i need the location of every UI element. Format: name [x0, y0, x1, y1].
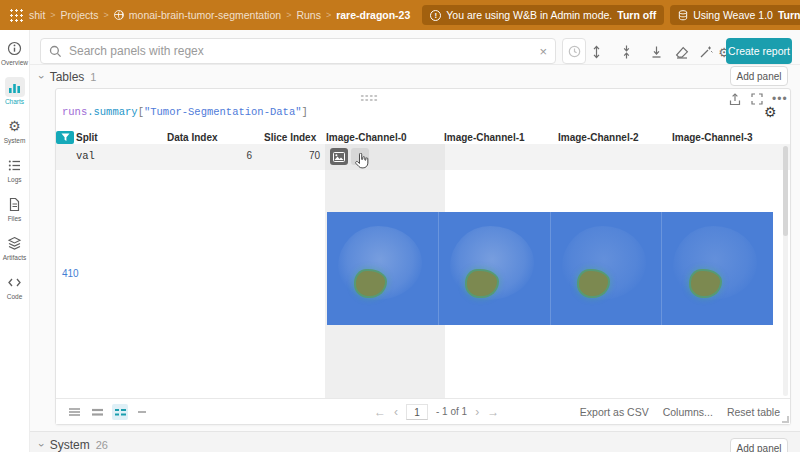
panel-history-button[interactable] [562, 38, 586, 64]
column-header-image-channel-2[interactable]: Image-Channel-2 [555, 132, 669, 143]
expand-panels-icon[interactable] [588, 44, 604, 60]
cell-data-index-value: 6 [176, 150, 252, 161]
system-section-header[interactable]: › System 26 [40, 438, 108, 452]
row-height-full-icon[interactable] [135, 404, 151, 420]
sidebar-item-logs[interactable]: Logs [0, 155, 30, 194]
export-csv-button[interactable]: Export as CSV [580, 406, 649, 418]
row-index-link[interactable]: 410 [62, 268, 79, 279]
weave-turn-off-button[interactable]: Turn off [778, 9, 800, 21]
expression-string: "Tumor-Segmentation-Data" [144, 106, 302, 118]
system-section-title: System [50, 438, 90, 452]
cell-split-value: val [76, 150, 95, 162]
search-input[interactable] [69, 44, 532, 58]
table-header-row: Split Data Index Slice Index Image-Chann… [56, 131, 790, 144]
admin-mode-text: You are using W&B in Admin mode. [446, 9, 612, 21]
reset-table-button[interactable]: Reset table [727, 406, 780, 418]
image-channel-0-thumbnail[interactable] [327, 212, 439, 325]
columns-button[interactable]: Columns... [663, 406, 713, 418]
table-body: val 6 70 410 [56, 144, 790, 398]
expression-bracket: ] [301, 106, 307, 118]
history-clock-icon [568, 45, 581, 58]
eraser-icon[interactable] [674, 44, 690, 60]
next-page-icon[interactable]: › [475, 406, 479, 418]
column-header-data-index[interactable]: Data Index [167, 132, 254, 143]
export-panel-icon[interactable] [728, 92, 742, 106]
tumor-segmentation-mask [465, 269, 498, 298]
breadcrumb-entity[interactable]: shit [29, 9, 45, 21]
expression-property: .summary [87, 106, 137, 118]
sidebar-item-label: System [4, 137, 26, 144]
image-view-toggle-button[interactable] [330, 148, 348, 165]
magic-wand-icon[interactable] [698, 44, 714, 60]
previous-page-icon[interactable]: ‹ [394, 406, 398, 418]
collapse-panels-icon[interactable] [618, 44, 634, 60]
add-panel-button[interactable]: Add panel [730, 66, 788, 86]
column-header-slice-index[interactable]: Slice Index [254, 132, 321, 143]
filter-funnel-icon[interactable] [56, 131, 74, 144]
tumor-segmentation-mask [689, 269, 722, 298]
page-number-input[interactable]: 1 [406, 404, 428, 420]
run-sidebar: Overview Charts ⚙ System Logs Files [0, 30, 30, 452]
add-panel-button-system[interactable]: Add panel [730, 438, 788, 452]
column-header-image-channel-1[interactable]: Image-Channel-1 [441, 132, 555, 143]
last-page-icon[interactable]: → [487, 406, 499, 418]
breadcrumb-separator: > [326, 10, 331, 20]
layers-icon [5, 233, 25, 253]
breadcrumb-runs[interactable]: Runs [296, 9, 321, 21]
image-channel-3-thumbnail[interactable] [662, 212, 773, 325]
breadcrumb-projects[interactable]: Projects [61, 9, 99, 21]
move-to-bottom-icon[interactable] [648, 44, 664, 60]
first-page-icon[interactable]: ← [374, 406, 386, 418]
system-section-background [30, 432, 800, 452]
admin-mode-turn-off-button[interactable]: Turn off [617, 9, 656, 21]
sidebar-item-label: Logs [7, 176, 21, 183]
panel-settings-gear-icon[interactable]: ⚙ [764, 104, 777, 120]
system-section-count: 26 [96, 439, 108, 451]
info-icon [5, 38, 25, 58]
weave-icon [678, 10, 688, 21]
sidebar-item-charts[interactable]: Charts [0, 77, 30, 116]
weave-expression[interactable]: runs.summary["Tumor-Segmentation-Data"] [62, 106, 308, 118]
bar-chart-icon [5, 77, 25, 97]
sidebar-item-artifacts[interactable]: Artifacts [0, 233, 30, 272]
breadcrumb-separator: > [104, 10, 109, 20]
row-height-large-icon-selected[interactable] [112, 404, 128, 420]
image-row-media-strip [327, 212, 773, 325]
sidebar-item-system[interactable]: ⚙ System [0, 116, 30, 155]
code-icon [5, 272, 25, 292]
breadcrumb-run-name[interactable]: rare-dragon-23 [336, 9, 410, 21]
breadcrumb-separator: > [286, 10, 291, 20]
search-icon [49, 45, 62, 58]
table-footer-actions: Export as CSV Columns... Reset table [580, 406, 780, 418]
breadcrumb: shit > Projects > monai-brain-tumor-segm… [29, 9, 410, 21]
create-report-button[interactable]: Create report [726, 38, 792, 64]
column-header-image-channel-0[interactable]: Image-Channel-0 [321, 132, 441, 143]
panel-resize-handle[interactable] [782, 416, 789, 423]
sidebar-item-overview[interactable]: Overview [0, 38, 30, 77]
panel-drag-handle[interactable] [360, 94, 378, 101]
row-height-medium-icon[interactable] [89, 404, 105, 420]
panel-search-field[interactable]: × [40, 38, 556, 64]
wandb-logo-icon[interactable] [8, 7, 23, 23]
sidebar-item-label: Artifacts [3, 254, 26, 261]
image-channel-1-thumbnail[interactable] [439, 212, 551, 325]
clear-search-icon[interactable]: × [539, 45, 547, 58]
breadcrumb-project[interactable]: monai-brain-tumor-segmentation [129, 9, 281, 21]
sidebar-item-label: Overview [1, 59, 28, 66]
sidebar-item-code[interactable]: Code [0, 272, 30, 311]
expression-object: runs [62, 106, 87, 118]
row-height-controls [66, 404, 151, 420]
column-header-image-channel-3[interactable]: Image-Channel-3 [669, 132, 790, 143]
weave-banner-text: Using Weave 1.0 [693, 9, 773, 21]
image-channel-2-thumbnail[interactable] [551, 212, 663, 325]
tables-section-header[interactable]: › Tables 1 [40, 70, 96, 84]
table-row[interactable]: val 6 70 [56, 144, 790, 170]
table-scrollbar[interactable] [783, 146, 788, 396]
sidebar-item-files[interactable]: Files [0, 194, 30, 233]
column-header-split[interactable]: Split [74, 132, 167, 143]
overflow-menu-icon[interactable]: ••• [772, 94, 788, 104]
weave-banner: Using Weave 1.0 Turn off [670, 5, 800, 25]
row-height-small-icon[interactable] [66, 404, 82, 420]
scrollbar-thumb[interactable] [783, 146, 788, 236]
fullscreen-icon[interactable] [750, 92, 764, 106]
